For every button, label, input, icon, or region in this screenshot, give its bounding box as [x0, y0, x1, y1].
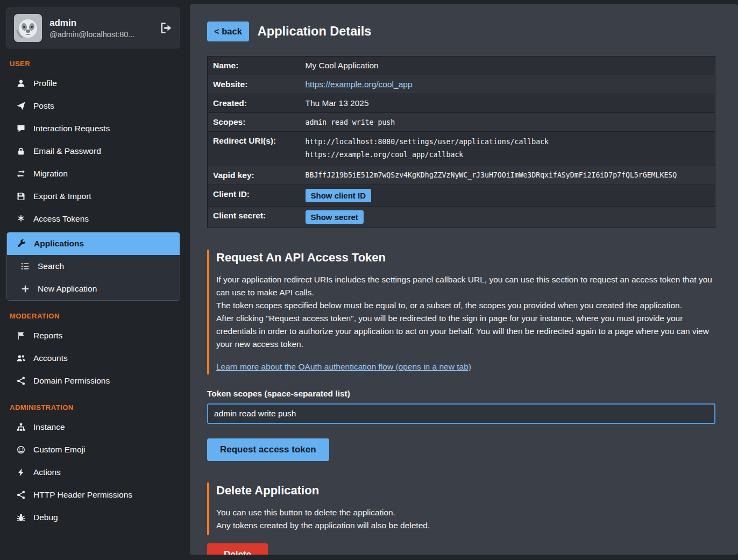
sidebar-item-domain-permissions[interactable]: Domain Permissions [6, 370, 180, 392]
sidebar-item-actions[interactable]: Actions [6, 461, 180, 484]
detail-row-redirect-uri-s: Redirect URI(s):http://localhost:8080/se… [208, 132, 715, 166]
sidebar-item-label: Interaction Requests [33, 124, 110, 133]
detail-row-client-secret: Client secret:Show secret [208, 206, 715, 228]
users-icon [16, 354, 25, 363]
sidebar-item-label: Domain Permissions [33, 376, 110, 386]
sidebar-item-label: Export & Import [33, 192, 91, 201]
detail-label: Vapid key: [208, 166, 302, 185]
delete-application-section: Delete Application You can use this butt… [207, 483, 715, 535]
sidebar-item-access-tokens[interactable]: Access Tokens [6, 208, 180, 230]
sidebar-item-new-application[interactable]: New Application [7, 278, 180, 300]
page-title: Application Details [258, 24, 372, 39]
sidebar-item-label: HTTP Header Permissions [33, 490, 132, 500]
user-info: admin @admin@localhost:80... [49, 18, 134, 39]
sidebar-item-http-header-permissions[interactable]: HTTP Header Permissions [6, 484, 180, 506]
request-access-token-button[interactable]: Request access token [207, 438, 329, 461]
detail-row-name: Name:My Cool Application [208, 56, 715, 75]
page-header: < back Application Details [207, 22, 715, 41]
detail-row-created: Created:Thu Mar 13 2025 [208, 94, 715, 113]
sidebar-item-label: Custom Emoji [33, 445, 85, 455]
page: admin @admin@localhost:80... USERProfile… [0, 0, 738, 560]
paper-plane-icon [16, 102, 25, 110]
wrench-icon [17, 239, 26, 248]
detail-value: Thu Mar 13 2025 [302, 94, 715, 113]
sidebar-item-email-password[interactable]: Email & Password [6, 140, 180, 162]
sidebar-item-label: Reports [33, 331, 62, 341]
plus-icon [20, 285, 30, 293]
redirect-uri: https://example.org/cool_app/callback [306, 148, 712, 161]
oauth-docs-link[interactable]: Learn more about the OAuth authenticatio… [216, 362, 471, 372]
sidebar-item-interaction-requests[interactable]: Interaction Requests [6, 117, 180, 140]
detail-value: Show secret [302, 206, 715, 228]
sidebar-item-label: Posts [33, 101, 54, 111]
delete-button[interactable]: Delete [207, 543, 268, 555]
sidebar-item-label: Profile [33, 79, 57, 88]
detail-label: Website: [208, 75, 302, 94]
bolt-icon [16, 468, 25, 477]
show-client-id-button[interactable]: Show client ID [306, 189, 372, 202]
sidebar-item-posts[interactable]: Posts [6, 95, 180, 117]
sidebar-item-migration[interactable]: Migration [6, 162, 180, 185]
token-section-paragraph: The token scopes specified below must be… [216, 299, 715, 312]
detail-row-scopes: Scopes:admin read write push [208, 113, 715, 132]
sidebar-item-label: Accounts [33, 353, 68, 363]
token-section-paragraph: After clicking "Request access token", y… [216, 312, 715, 351]
sidebar-item-custom-emoji[interactable]: Custom Emoji [6, 438, 180, 461]
sidebar-item-label: Search [38, 261, 64, 271]
detail-value: https://example.org/cool_app [302, 75, 715, 94]
delete-section-line: Any tokens created by the application wi… [216, 519, 715, 532]
detail-label: Client ID: [208, 185, 302, 206]
comment-icon [16, 124, 25, 133]
share-nodes-icon [16, 377, 25, 385]
detail-value: My Cool Application [302, 56, 715, 75]
sidebar-item-instance[interactable]: Instance [6, 416, 180, 438]
bug-icon [16, 513, 25, 522]
nav-group-applications: ApplicationsSearchNew Application [6, 232, 180, 301]
sidebar-item-accounts[interactable]: Accounts [6, 347, 180, 370]
detail-label: Scopes: [208, 113, 302, 132]
show-secret-button[interactable]: Show secret [306, 210, 364, 224]
user-name: admin [49, 18, 134, 29]
detail-row-website: Website:https://example.org/cool_app [208, 75, 715, 94]
user-icon [16, 79, 25, 88]
sidebar-item-search[interactable]: Search [7, 255, 180, 278]
logout-icon[interactable] [159, 22, 172, 34]
back-button[interactable]: < back [207, 22, 249, 41]
user-handle: @admin@localhost:80... [49, 30, 134, 39]
request-token-section: Request An API Access Token If your appl… [207, 250, 715, 374]
sidebar: admin @admin@localhost:80... USERProfile… [0, 0, 186, 560]
detail-label: Redirect URI(s): [208, 132, 302, 166]
exchange-icon [16, 169, 25, 178]
sidebar-item-debug[interactable]: Debug [6, 506, 180, 529]
list-icon [20, 262, 30, 271]
detail-row-client-id: Client ID:Show client ID [208, 185, 715, 206]
sidebar-item-reports[interactable]: Reports [6, 324, 180, 347]
user-card[interactable]: admin @admin@localhost:80... [6, 8, 180, 48]
website-link[interactable]: https://example.org/cool_app [306, 80, 413, 89]
detail-label: Client secret: [208, 206, 302, 228]
sidebar-item-profile[interactable]: Profile [6, 72, 180, 95]
detail-value: admin read write push [302, 113, 715, 132]
nav-section-administration: ADMINISTRATION [10, 403, 180, 412]
sitemap-icon [16, 423, 25, 431]
sidebar-item-label: New Application [38, 284, 97, 294]
detail-value: http://localhost:8080/settings/user/appl… [302, 132, 715, 166]
lock-icon [16, 147, 25, 155]
sidebar-item-export-import[interactable]: Export & Import [6, 185, 180, 208]
flag-icon [16, 331, 25, 340]
detail-label: Created: [208, 94, 302, 113]
sidebar-item-label: Email & Password [33, 146, 101, 156]
save-icon [16, 192, 25, 201]
sidebar-item-applications[interactable]: Applications [7, 232, 180, 255]
token-scopes-input[interactable] [207, 403, 715, 424]
request-token-title: Request An API Access Token [216, 251, 715, 265]
token-scopes-label: Token scopes (space-separated list) [207, 389, 715, 399]
delete-section-line: You can use this button to delete the ap… [216, 506, 715, 519]
sidebar-nav: USERProfilePostsInteraction RequestsEmai… [6, 60, 180, 529]
share-nodes-icon [16, 491, 25, 499]
application-details-table: Name:My Cool ApplicationWebsite:https://… [207, 56, 715, 228]
nav-section-moderation: MODERATION [10, 312, 180, 320]
token-section-paragraph: If your application redirect URIs includ… [216, 273, 715, 299]
main-content: < back Application Details Name:My Cool … [190, 4, 738, 555]
avatar [14, 14, 42, 42]
